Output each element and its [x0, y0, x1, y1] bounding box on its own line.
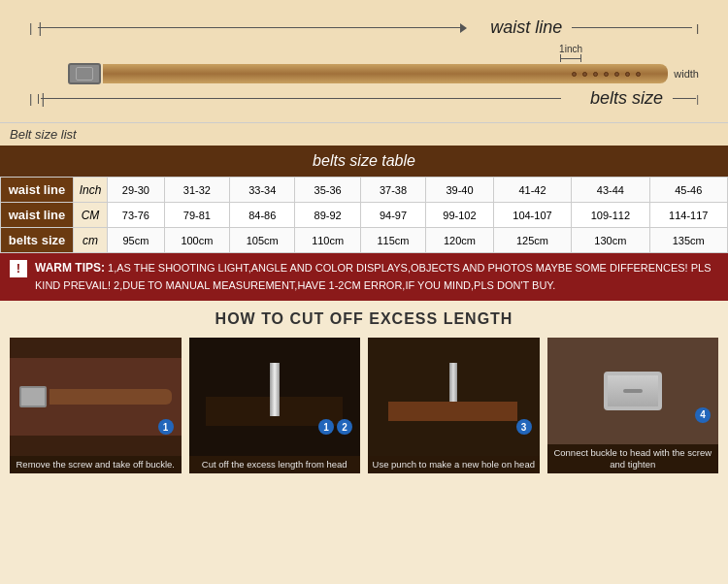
cell-belt-4: 110cm — [295, 228, 360, 253]
size-line — [41, 98, 561, 99]
belts-right-tick: | — [696, 93, 699, 105]
cell-belt-8: 130cm — [572, 228, 649, 253]
waist-line-label: waist line — [490, 17, 562, 38]
belts-right: | — [673, 93, 699, 105]
table-section: belts size table waist line Inch 29-30 3… — [0, 146, 728, 253]
inch-marker: 1inch — [559, 44, 582, 62]
cell-cm-6: 99-102 — [426, 203, 494, 228]
step3-number: 3 — [516, 419, 532, 435]
step-2-box: 1 2 Cut off the excess length from head — [189, 338, 361, 474]
cell-cm-1: 73-76 — [108, 203, 165, 228]
table-row-cm: waist line CM 73-76 79-81 84-86 89-92 94… — [1, 203, 728, 228]
cell-inch-4: 35-36 — [295, 178, 360, 203]
step1-art — [10, 358, 182, 436]
right-tick: | — [696, 22, 699, 34]
belts-size-row: | belts size | — [29, 88, 699, 109]
cell-inch-5: 37-38 — [360, 178, 425, 203]
cell-belt-3: 105cm — [230, 228, 295, 253]
step1-badge: 1 — [158, 419, 174, 435]
belt-hole-1 — [572, 72, 577, 77]
cell-inch-1: 29-30 — [108, 178, 165, 203]
cell-cm-8: 109-112 — [572, 203, 649, 228]
inch-label: 1inch — [559, 44, 582, 54]
belt-size-list-label: Belt size list — [10, 127, 77, 142]
belt-hole-4 — [604, 72, 609, 77]
left-tick: | — [29, 20, 32, 35]
step-1-box: 1 Remove the screw and take off buckle. — [10, 338, 182, 474]
waist-arrow-line — [38, 27, 461, 28]
belt-illustration-area: 1inch — [68, 44, 699, 84]
cell-inch-6: 39-40 — [426, 178, 494, 203]
cell-inch-3: 33-34 — [230, 178, 295, 203]
step4-art — [604, 347, 662, 435]
step4-pin — [623, 389, 643, 393]
belt-size-list-header: Belt size list — [0, 122, 728, 146]
cell-belt-9: 135cm — [649, 228, 727, 253]
diagram-section: | waist line | 1inch — [0, 0, 728, 122]
table-title: belts size table — [0, 146, 728, 177]
step4-badge: 4 — [695, 407, 711, 423]
step-4-image: 4 — [547, 338, 719, 444]
belt-hole-2 — [582, 72, 587, 77]
cell-belt-1: 95cm — [108, 228, 165, 253]
belt-hole-3 — [593, 72, 598, 77]
unit-inch: Inch — [74, 178, 108, 203]
belt-body — [103, 64, 668, 83]
unit-belt-cm: cm — [74, 228, 108, 253]
buckle-inner — [76, 67, 93, 81]
belts-left-tick: | — [29, 91, 32, 106]
inch-lines — [560, 54, 581, 62]
warning-icon: ! — [10, 260, 27, 277]
table-row-belts: belts size cm 95cm 100cm 105cm 110cm 115… — [1, 228, 728, 253]
belt-buckle — [68, 63, 101, 84]
step1-number: 1 — [158, 419, 174, 435]
step-3-box: 3 Use punch to make a new hole on head — [368, 338, 540, 474]
waist-line-arrow — [38, 27, 461, 28]
cell-inch-9: 45-46 — [649, 178, 727, 203]
cell-cm-9: 114-117 — [649, 203, 727, 228]
belt-hole-7 — [636, 72, 641, 77]
waist-right-arrow: | — [572, 22, 699, 34]
cell-cm-3: 84-86 — [230, 203, 295, 228]
step4-caption: Connect buckle to head with the screw an… — [547, 444, 719, 474]
row-header-belts: belts size — [1, 228, 74, 253]
belt-hole-5 — [614, 72, 619, 77]
warm-tips-section: ! WARM TIPS: 1,AS THE SHOOTING LIGHT,ANG… — [0, 253, 728, 301]
cell-cm-7: 104-107 — [493, 203, 571, 228]
step2-caption: Cut off the excess length from head — [189, 456, 361, 473]
step1-buckle — [19, 386, 47, 407]
steps-container: 1 Remove the screw and take off buckle. … — [10, 338, 718, 474]
how-to-title: HOW TO CUT OFF EXCESS LENGTH — [10, 310, 718, 328]
tips-label: WARM TIPS: — [35, 261, 105, 275]
step2-badge1: 1 — [318, 419, 334, 435]
step-3-image: 3 — [368, 338, 540, 456]
waist-line-row: | waist line | — [29, 17, 699, 38]
unit-cm: CM — [74, 203, 108, 228]
belt-hole-6 — [625, 72, 630, 77]
step3-badge: 3 — [516, 419, 532, 435]
belt-holes — [572, 72, 641, 77]
step-4-box: 4 Connect buckle to head with the screw … — [547, 338, 719, 474]
width-label: width — [674, 68, 699, 80]
step2-numbers: 1 2 — [318, 419, 352, 435]
step3-art — [368, 358, 540, 436]
cell-cm-5: 94-97 — [360, 203, 425, 228]
cell-belt-6: 120cm — [426, 228, 494, 253]
cell-cm-2: 79-81 — [164, 203, 229, 228]
cell-inch-8: 43-44 — [572, 178, 649, 203]
step3-caption: Use punch to make a new hole on head — [368, 456, 540, 473]
table-row-inch: waist line Inch 29-30 31-32 33-34 35-36 … — [1, 178, 728, 203]
step1-belt — [50, 389, 172, 405]
step2-badge2: 2 — [337, 419, 352, 435]
row-header-waist-inch: waist line — [1, 178, 74, 203]
row-header-waist-cm: waist line — [1, 203, 74, 228]
step1-caption: Remove the screw and take off buckle. — [10, 456, 182, 473]
tips-content: 1,AS THE SHOOTING LIGHT,ANGLE AND COLOR … — [35, 262, 711, 291]
step-2-image: 1 2 — [189, 338, 361, 456]
cell-cm-4: 89-92 — [295, 203, 360, 228]
how-to-section: HOW TO CUT OFF EXCESS LENGTH 1 Remove th… — [0, 301, 728, 488]
tips-text: WARM TIPS: 1,AS THE SHOOTING LIGHT,ANGLE… — [35, 259, 718, 295]
belt-body-row: width — [68, 63, 699, 84]
cell-belt-2: 100cm — [164, 228, 229, 253]
step-1-image: 1 — [10, 338, 182, 456]
